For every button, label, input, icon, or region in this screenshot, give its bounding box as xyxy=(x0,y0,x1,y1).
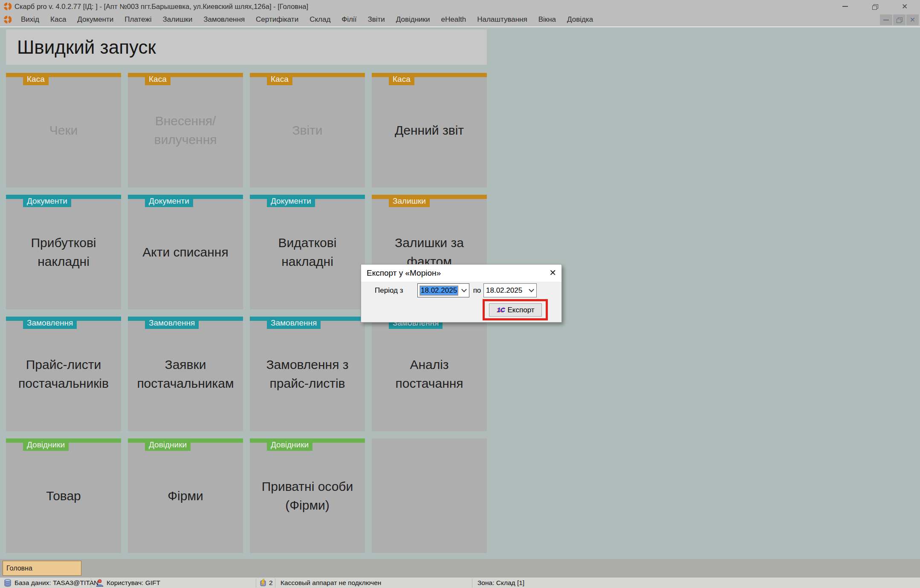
tile-10[interactable]: ЗамовленняЗамовлення з прайс-листів xyxy=(250,317,365,431)
tile-11[interactable]: ЗамовленняАналіз постачання xyxy=(372,317,487,431)
menu-item-8[interactable]: Філії xyxy=(336,13,362,26)
menu-item-14[interactable]: Довідка xyxy=(561,13,599,26)
menu-bar: ВихідКасаДокументиПлатежіЗалишкиЗамовлен… xyxy=(0,13,920,26)
menu-item-2[interactable]: Документи xyxy=(72,13,119,26)
tab-golovna[interactable]: Головна xyxy=(3,561,81,576)
tile-15 xyxy=(372,438,487,553)
menu-item-12[interactable]: Налаштування xyxy=(472,13,533,26)
date-to-combobox[interactable]: 18.02.2025 xyxy=(483,283,537,297)
menu-item-3[interactable]: Платежі xyxy=(119,13,157,26)
status-separator xyxy=(91,579,91,588)
tile-13[interactable]: ДовідникиФірми xyxy=(128,438,243,553)
devices-count: 2 xyxy=(269,578,273,588)
menu-item-11[interactable]: eHealth xyxy=(436,13,472,26)
tile-title: Заявки постачальникам xyxy=(128,317,243,431)
close-icon[interactable]: ✕ xyxy=(895,0,914,13)
tile-title: Внесення/вилучення xyxy=(128,73,243,187)
1c-export-icon: 1С 1С xyxy=(497,306,505,314)
dialog-close-icon[interactable]: ✕ xyxy=(549,268,556,278)
database-icon xyxy=(3,579,12,587)
status-bar: База даних: TASA3@TITAN Користувач: GIFT… xyxy=(0,577,920,588)
dialog-titlebar[interactable]: Експорт у «Моріон» xyxy=(361,265,561,282)
tile-title: Звіти xyxy=(250,73,365,187)
page-title: Швидкий запуск xyxy=(17,37,156,58)
export-dialog: Експорт у «Моріон» ✕ Період з 18.02.2025… xyxy=(361,264,562,323)
tile-title: Фірми xyxy=(128,438,243,553)
tile-4[interactable]: ДокументиПрибуткові накладні xyxy=(6,195,121,309)
tile-title: Чеки xyxy=(6,73,121,187)
tile-14[interactable]: ДовідникиПриватні особи (Фірми) xyxy=(250,438,365,553)
dialog-title: Експорт у «Моріон» xyxy=(367,268,441,278)
tile-title: Товар xyxy=(6,438,121,553)
menu-app-logo-icon xyxy=(3,15,12,24)
cash-register-status: Кассовый аппарат не подключен xyxy=(281,578,381,588)
tile-5[interactable]: ДокументиАкти списання xyxy=(128,195,243,309)
tile-title: Денний звіт xyxy=(372,73,487,187)
period-to-label: по xyxy=(471,283,483,297)
tab-bar: Головна xyxy=(0,559,920,577)
menu-item-1[interactable]: Каса xyxy=(45,13,72,26)
tile-title: Приватні особи (Фірми) xyxy=(250,438,365,553)
menu-item-6[interactable]: Сертифікати xyxy=(250,13,304,26)
user-icon xyxy=(95,579,104,587)
chevron-down-icon[interactable] xyxy=(459,289,469,291)
app-logo-icon xyxy=(3,2,12,11)
menu-item-9[interactable]: Звіти xyxy=(362,13,390,26)
mdi-close-icon[interactable]: ✕ xyxy=(906,14,919,25)
tile-title: Прибуткові накладні xyxy=(6,195,121,309)
mdi-minimize-icon[interactable] xyxy=(880,14,892,25)
chevron-down-icon[interactable] xyxy=(526,289,536,291)
status-separator xyxy=(472,579,472,588)
mdi-window-controls: ✕ xyxy=(880,14,919,25)
menu-item-5[interactable]: Замовлення xyxy=(198,13,250,26)
mdi-restore-icon[interactable] xyxy=(893,14,906,25)
menu-item-10[interactable]: Довідники xyxy=(391,13,436,26)
svg-text:1С: 1С xyxy=(497,306,505,313)
tile-title: Акти списання xyxy=(128,195,243,309)
window-title: Скарб pro v. 4.0.2.77 [ІД: ] - [Апт №003… xyxy=(14,3,308,11)
tile-6[interactable]: ДокументиВидаткові накладні xyxy=(250,195,365,309)
export-button-label: Експорт xyxy=(508,306,535,314)
tile-9[interactable]: ЗамовленняЗаявки постачальникам xyxy=(128,317,243,431)
menu-divider xyxy=(0,26,920,27)
menu-item-0[interactable]: Вихід xyxy=(15,13,45,26)
menu-item-7[interactable]: Склад xyxy=(304,13,336,26)
menu-item-13[interactable]: Вікна xyxy=(533,13,561,26)
date-from-combobox[interactable]: 18.02.2025 xyxy=(417,283,469,297)
restore-icon[interactable] xyxy=(865,0,884,13)
date-from-value[interactable]: 18.02.2025 xyxy=(420,286,458,295)
tile-title: Замовлення з прайс-листів xyxy=(250,317,365,431)
tile-title: Прайс-листи постачальників xyxy=(6,317,121,431)
cash-register-icon xyxy=(259,579,267,587)
menu-items: ВихідКасаДокументиПлатежіЗалишкиЗамовлен… xyxy=(15,13,599,26)
minimize-icon[interactable] xyxy=(836,0,854,13)
tile-title: Аналіз постачання xyxy=(372,317,487,431)
tile-3[interactable]: КасаДенний звіт xyxy=(372,73,487,187)
user-status: Користувач: GIFT xyxy=(107,578,160,588)
zone-status: Зона: Склад [1] xyxy=(477,578,524,588)
export-button[interactable]: 1С 1С Експорт xyxy=(489,303,542,317)
tile-1[interactable]: КасаВнесення/вилучення xyxy=(128,73,243,187)
tile-8[interactable]: ЗамовленняПрайс-листи постачальників xyxy=(6,317,121,431)
menu-item-4[interactable]: Залишки xyxy=(157,13,198,26)
period-from-label: Період з xyxy=(375,283,403,297)
status-separator xyxy=(256,579,256,588)
tab-label: Головна xyxy=(6,565,32,572)
tile-12[interactable]: ДовідникиТовар xyxy=(6,438,121,553)
date-to-value[interactable]: 18.02.2025 xyxy=(486,286,522,295)
status-separator xyxy=(275,579,275,588)
tile-title: Видаткові накладні xyxy=(250,195,365,309)
quick-launch-header: Швидкий запуск xyxy=(6,29,487,65)
tile-0[interactable]: КасаЧеки xyxy=(6,73,121,187)
database-status: База даних: TASA3@TITAN xyxy=(14,578,98,588)
window-titlebar: Скарб pro v. 4.0.2.77 [ІД: ] - [Апт №003… xyxy=(0,0,920,13)
tile-2[interactable]: КасаЗвіти xyxy=(250,73,365,187)
